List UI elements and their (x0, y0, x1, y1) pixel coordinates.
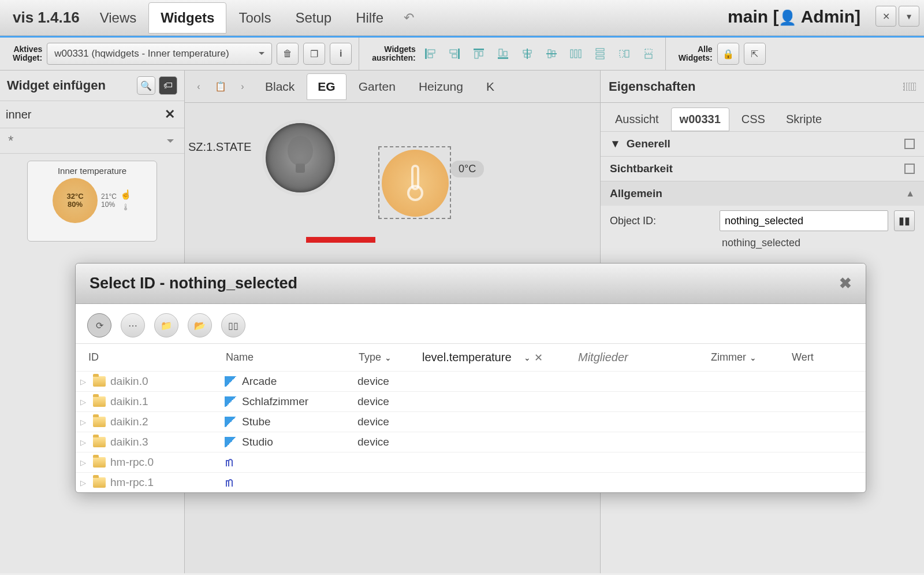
expand-all-icon[interactable]: 📂 (188, 313, 212, 337)
drag-handle-icon[interactable] (903, 83, 916, 91)
device-icon (225, 437, 237, 447)
folder-icon (93, 477, 106, 488)
menu-help[interactable]: Hilfe (344, 2, 396, 34)
object-id-sub: nothing_selected (601, 236, 924, 254)
section-visibility-checkbox[interactable] (904, 164, 915, 174)
table-row[interactable]: ▷daikin.2 Stubedevice (76, 412, 866, 432)
align-left-icon[interactable] (420, 44, 440, 64)
tab-clipboard-icon[interactable]: 📋 (210, 73, 231, 100)
svg-rect-23 (596, 57, 604, 59)
filter-input[interactable] (6, 105, 161, 124)
red-bar-widget[interactable] (306, 237, 375, 243)
list-icon[interactable]: ⋯ (121, 313, 145, 337)
svg-rect-25 (625, 50, 629, 57)
menu-setup[interactable]: Setup (283, 2, 344, 34)
distribute-v-icon[interactable] (590, 44, 610, 64)
columns-icon[interactable]: ▯▯ (221, 313, 245, 337)
col-value[interactable]: Wert (786, 344, 866, 372)
tab-css[interactable]: CSS (733, 107, 774, 131)
search-icon[interactable]: 🔍 (137, 76, 155, 95)
device-icon (225, 396, 237, 407)
toolbar: Aktives Widget: w00331 (hqwidgets - Inne… (0, 36, 924, 71)
clear-role-icon[interactable]: ✕ (534, 351, 543, 364)
bulb-widget[interactable] (266, 123, 335, 192)
chevron-down-icon[interactable]: ⌄ (385, 353, 392, 362)
equal-height-icon[interactable] (639, 44, 658, 64)
svg-rect-2 (428, 54, 433, 58)
section-general[interactable]: Generell (627, 138, 670, 150)
align-right-icon[interactable] (445, 44, 464, 64)
role-filter-input[interactable] (422, 351, 520, 364)
section-general-checkbox[interactable] (904, 139, 915, 149)
object-id-input[interactable] (720, 210, 888, 231)
col-type[interactable]: Type (359, 351, 381, 363)
table-row[interactable]: ▷daikin.1 Schlafzimmerdevice (76, 392, 866, 412)
menu-views[interactable]: Views (88, 2, 149, 34)
table-row[interactable]: ▷hm-rpc.1 (76, 473, 866, 493)
align-center-h-icon[interactable] (517, 44, 537, 64)
copy-icon[interactable]: ❐ (303, 43, 325, 65)
menubar: vis 1.4.16 Views Widgets Tools Setup Hil… (0, 0, 924, 36)
tab-prev-icon[interactable]: ‹ (188, 73, 209, 100)
object-id-picker-icon[interactable]: ▮▮ (894, 210, 915, 231)
expander-icon[interactable]: ▷ (80, 458, 88, 467)
align-top-icon[interactable] (469, 44, 489, 64)
refresh-icon[interactable]: ⟳ (87, 313, 111, 337)
col-id[interactable]: ID (76, 344, 220, 372)
view-tab-k[interactable]: K (475, 73, 505, 100)
trash-icon[interactable]: 🗑 (277, 43, 299, 65)
svg-rect-11 (504, 51, 507, 56)
equal-width-icon[interactable] (614, 44, 634, 64)
align-center-v-icon[interactable] (542, 44, 561, 64)
tab-view[interactable]: Aussicht (606, 107, 668, 131)
chevron-down-icon[interactable]: ⌄ (750, 353, 757, 362)
undo-icon[interactable]: ↶ (396, 5, 422, 31)
tag-icon[interactable]: 🏷 (159, 76, 177, 95)
svg-rect-29 (296, 164, 305, 173)
collapse-icon[interactable]: ▲ (906, 188, 915, 199)
dialog-close-icon[interactable]: ✖ (839, 274, 852, 292)
selected-temperature-widget[interactable] (378, 146, 451, 219)
export-icon[interactable]: ⇱ (744, 43, 766, 65)
expander-icon[interactable]: ▷ (80, 478, 88, 487)
col-name[interactable]: Name (220, 344, 353, 372)
menu-tools[interactable]: Tools (226, 2, 283, 34)
members-filter-input[interactable] (578, 351, 682, 364)
expander-icon[interactable]: ▷ (80, 438, 88, 447)
left-panel-title: Widget einfügen (7, 78, 106, 93)
table-row[interactable]: ▷daikin.0 Arcadedevice (76, 372, 866, 392)
close-icon[interactable]: ✕ (875, 6, 896, 27)
clear-filter-icon[interactable]: ✕ (161, 107, 178, 122)
expander-icon[interactable]: ▷ (80, 418, 88, 426)
collapse-all-icon[interactable]: 📁 (154, 313, 178, 337)
table-row[interactable]: ▷daikin.3 Studiodevice (76, 432, 866, 452)
group-filter-select[interactable]: * (0, 128, 184, 154)
col-room[interactable]: Zimmer (711, 351, 746, 363)
distribute-h-icon[interactable] (566, 44, 586, 64)
svg-rect-1 (428, 50, 435, 53)
section-visibility[interactable]: Sichtbarkeit (610, 162, 673, 175)
menu-widgets[interactable]: Widgets (148, 2, 226, 34)
app-title: vis 1.4.16 (5, 9, 88, 27)
info-icon[interactable]: i (330, 43, 352, 65)
expander-icon[interactable]: ▷ (80, 377, 88, 386)
chevron-down-icon[interactable]: ⌄ (524, 353, 531, 362)
all-widgets-label: Alle Widgets: (679, 45, 713, 63)
view-tab-heizung[interactable]: Heizung (408, 73, 474, 100)
tab-scripts[interactable]: Skripte (777, 107, 830, 131)
svg-point-28 (288, 136, 313, 166)
funnel-icon: ▼ (610, 138, 621, 150)
section-common[interactable]: Allgemein (610, 187, 662, 200)
view-tab-black[interactable]: Black (254, 73, 305, 100)
table-row[interactable]: ▷hm-rpc.0 (76, 452, 866, 473)
tab-next-icon[interactable]: › (232, 73, 253, 100)
view-tab-garten[interactable]: Garten (348, 73, 407, 100)
expander-icon[interactable]: ▷ (80, 398, 88, 406)
align-bottom-icon[interactable] (493, 44, 513, 64)
view-tab-eg[interactable]: EG (307, 73, 346, 100)
dropdown-icon[interactable]: ▾ (899, 6, 919, 27)
tab-widget[interactable]: w00331 (671, 107, 729, 131)
widget-template-inner-temperature[interactable]: Inner temperature 32°C 80% 21°C 10% ☝ 🌡 (27, 161, 157, 242)
lock-icon[interactable]: 🔒 (717, 43, 739, 65)
active-widget-select[interactable]: w00331 (hqwidgets - Inner temperature) (47, 43, 272, 65)
